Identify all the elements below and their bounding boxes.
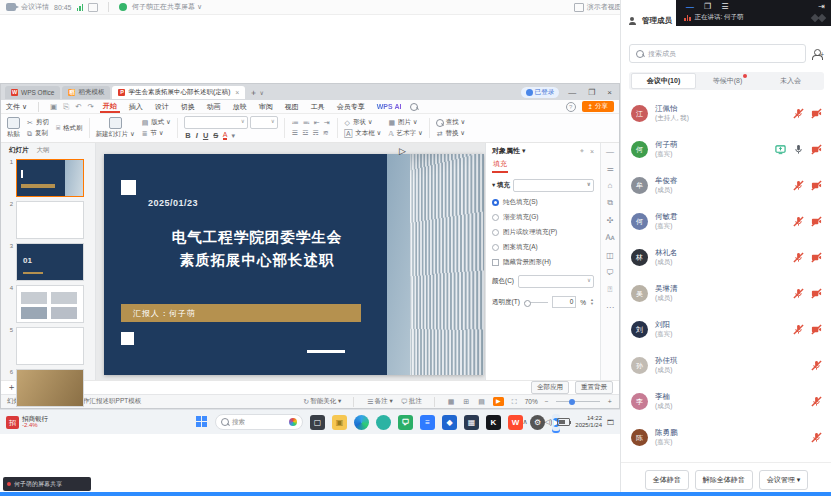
undo-icon[interactable]: ↶ (75, 102, 81, 111)
apply-all-button[interactable]: 全部应用 (531, 381, 569, 394)
mute-all-button[interactable]: 全体静音 (645, 470, 689, 490)
font-color-button[interactable]: A (223, 131, 228, 140)
close-button[interactable]: × (604, 88, 615, 97)
align-left-icon[interactable]: ☰ (292, 129, 298, 137)
share-button[interactable]: ↥分享 (582, 101, 614, 112)
taskbar-app-blue[interactable]: ◆ (442, 415, 457, 430)
mic-muted-icon[interactable] (793, 180, 804, 191)
comment-pane-icon[interactable]: 🗩 (606, 268, 614, 277)
save-icon[interactable]: ▣ (50, 102, 57, 111)
mic-muted-icon[interactable] (811, 360, 822, 371)
share-preview-bar[interactable]: 何子萌的屏幕共享 (3, 477, 91, 491)
line-spacing-icon[interactable]: ≋ (323, 129, 329, 137)
layout-menu-icon[interactable]: ☰ (721, 2, 728, 11)
taskbar-app-teal[interactable] (376, 415, 391, 430)
bullet-list-icon[interactable]: ≔ (292, 119, 299, 127)
camera-muted-icon[interactable] (811, 216, 822, 227)
participant-row[interactable]: 何 何子萌(嘉宾) (621, 131, 831, 167)
participant-row[interactable]: 何 何敏君(嘉宾) (621, 203, 831, 239)
start-button[interactable] (196, 416, 208, 428)
mic-muted-icon[interactable] (793, 108, 804, 119)
camera-muted-icon[interactable] (811, 288, 822, 299)
taskbar-app-navy[interactable]: ▦ (464, 415, 479, 430)
camera-muted-icon[interactable] (811, 108, 822, 119)
minimize-button[interactable]: — (686, 2, 694, 11)
notes-toggle[interactable]: ☰备注 ▾ (366, 397, 392, 406)
fit-window-icon[interactable]: ⛶ (512, 398, 517, 406)
textbox-button[interactable]: 🄰文本框 ∨ (344, 129, 382, 138)
fill-option-solid[interactable]: 纯色填充(S) (492, 198, 594, 207)
participant-row[interactable]: 刘 刘阳(嘉宾) (621, 311, 831, 347)
ribbon-search-icon[interactable] (410, 103, 418, 111)
view-reading-icon[interactable]: ▤ (478, 398, 485, 406)
new-slide-plus-button[interactable]: ＋ (7, 381, 16, 394)
taskbar-app-folder[interactable]: ▣ (332, 415, 347, 430)
file-menu[interactable]: 文件 ∨ (6, 102, 27, 112)
tab-in-meeting[interactable]: 会议中(10) (631, 73, 696, 89)
presenter-bar[interactable]: 汇报人：何子萌 (121, 304, 361, 322)
fill-option-picture[interactable]: 图片或纹理填充(P) (492, 228, 594, 237)
layers-icon[interactable]: ⧉ (607, 198, 613, 208)
mic-muted-icon[interactable] (793, 324, 804, 335)
tab-wps-home[interactable]: WWPS Office (5, 86, 60, 99)
pin-icon[interactable]: ⌖ (580, 147, 584, 155)
mic-muted-icon[interactable] (793, 288, 804, 299)
slideshow-play-button[interactable]: ▶ (493, 397, 504, 406)
camera-muted-icon[interactable] (811, 252, 822, 263)
slide-canvas[interactable]: 2025/01/23 电气工程学院团委学生会素质拓展中心部长述职 汇报人：何子萌… (96, 143, 485, 380)
menu-tab-animation[interactable]: 动画 (204, 102, 224, 112)
unmute-all-button[interactable]: 解除全体静音 (695, 470, 753, 490)
find-button[interactable]: 查找 ∨ (436, 118, 466, 127)
format-painter-button[interactable]: ⌸格式刷 (55, 124, 83, 133)
tab-not-joined[interactable]: 未入会 (759, 74, 822, 88)
underline-button[interactable]: U (203, 131, 208, 140)
help-icon[interactable]: ? (566, 102, 576, 112)
section-button[interactable]: ≣节 ∨ (141, 129, 171, 138)
slide-thumbnail-1[interactable]: 1 (1, 157, 95, 199)
new-slide-button[interactable]: 新建幻灯片 ∨ (96, 117, 135, 139)
menu-tab-tools[interactable]: 工具 (308, 102, 328, 112)
copy-button[interactable]: ⧉复制 (26, 129, 49, 138)
taskbar-app-settings[interactable]: ⚙ (530, 415, 545, 430)
menu-tab-review[interactable]: 审阅 (256, 102, 276, 112)
number-list-icon[interactable]: ≕ (303, 119, 310, 127)
menu-tab-view[interactable]: 视图 (282, 102, 302, 112)
slide-thumbnail-6[interactable]: 6 (1, 367, 95, 409)
indent-icon[interactable]: ⇥ (324, 119, 330, 127)
new-tab-button[interactable]: ＋ (249, 87, 257, 98)
fill-option-gradient[interactable]: 渐变填充(G) (492, 213, 594, 222)
home-icon[interactable]: ⌂ (608, 181, 613, 190)
clock[interactable]: 14:222025/1/24 (575, 415, 602, 429)
participant-row[interactable]: 李 李楠(成员) (621, 383, 831, 419)
zoom-slider[interactable] (556, 401, 600, 402)
participant-row[interactable]: 林 林礼名(成员) (621, 239, 831, 275)
taskbar-app-file-explorer[interactable]: ▢ (310, 415, 325, 430)
thumb-tab-outline[interactable]: 大纲 (37, 146, 50, 155)
camera-muted-icon[interactable] (811, 144, 822, 155)
strikethrough-button[interactable]: S (213, 131, 218, 140)
wordart-button[interactable]: 𝔸艺术字 ∨ (387, 129, 422, 138)
taskbar-app-k[interactable]: K (486, 415, 501, 430)
print-icon[interactable]: ⎘ (63, 102, 69, 112)
menu-tab-insert[interactable]: 插入 (126, 102, 146, 112)
props-title[interactable]: 对象属性 ▾ (492, 146, 525, 156)
reset-background-button[interactable]: 重置背景 (575, 381, 613, 394)
highlight-button[interactable]: ▾ (231, 132, 235, 140)
notes-input[interactable]: 单击此处添加备注 (22, 383, 525, 392)
color-select[interactable] (518, 275, 594, 288)
italic-button[interactable]: I (196, 131, 198, 140)
mic-muted-icon[interactable] (793, 216, 804, 227)
participant-row[interactable]: 江 江佩怡(主持人, 我) (621, 95, 831, 131)
zoom-in-button[interactable]: ＋ (607, 397, 614, 406)
member-search-input[interactable]: 搜索成员 (629, 44, 806, 63)
font-size-select[interactable] (250, 116, 278, 129)
outdent-icon[interactable]: ⇤ (314, 119, 320, 127)
thumb-tab-slides[interactable]: 幻灯片 (9, 146, 29, 155)
taskbar-search[interactable]: 搜索 (215, 414, 303, 430)
picture-button[interactable]: ▦图片 ∨ (387, 118, 422, 127)
tab-waiting[interactable]: 等候中(8) (696, 74, 759, 88)
close-tab-icon[interactable]: × (235, 89, 239, 96)
stepper-icons[interactable]: ▲▼ (590, 298, 594, 306)
slide-thumbnail-5[interactable]: 5 (1, 325, 95, 367)
paste-button[interactable]: 粘贴 (7, 117, 20, 139)
